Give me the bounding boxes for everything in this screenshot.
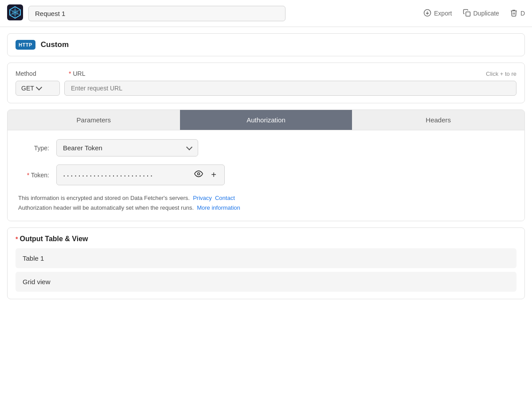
url-required-star: * [69, 70, 71, 77]
output-table-value: Table 1 [23, 254, 44, 262]
method-label: Method [16, 70, 69, 77]
token-dots: ························ [63, 171, 188, 180]
auth-info-line1: This information is encrypted and stored… [18, 193, 514, 203]
type-value: Bearer Token [63, 144, 102, 152]
type-select[interactable]: Bearer Token [56, 139, 198, 156]
auth-info-line2: Authorization header will be automatical… [18, 203, 514, 213]
token-label-text: Token: [31, 172, 49, 179]
method-value: GET [21, 85, 34, 92]
token-plus-button[interactable]: + [209, 170, 218, 180]
auth-info: This information is encrypted and stored… [18, 193, 514, 213]
auth-info-line2-text: Authorization header will be automatical… [18, 204, 194, 211]
svg-point-8 [198, 173, 200, 175]
duplicate-icon [463, 9, 471, 18]
output-required-star: * [16, 235, 18, 243]
method-url-inputs: GET [16, 81, 516, 96]
export-button[interactable]: Export [423, 9, 452, 18]
auth-content: Type: Bearer Token * Token: ············… [8, 130, 524, 221]
tab-authorization-label: Authorization [246, 116, 286, 124]
url-input[interactable] [64, 81, 516, 96]
output-table-item[interactable]: Table 1 [16, 248, 516, 268]
tab-parameters-label: Parameters [77, 116, 111, 124]
chevron-down-icon [36, 84, 42, 90]
contact-link[interactable]: Contact [215, 195, 235, 201]
delete-icon [510, 9, 518, 18]
method-select[interactable]: GET [16, 81, 60, 96]
token-label: * Token: [18, 172, 49, 179]
output-card: * Output Table & View Table 1 Grid view [7, 227, 525, 299]
delete-button[interactable]: D [510, 9, 525, 18]
token-eye-button[interactable] [192, 169, 205, 180]
method-url-card: Method * URL Click + to re GET [7, 63, 525, 103]
tabs-card: Parameters Authorization Headers Type: B… [7, 110, 525, 221]
duplicate-label: Duplicate [473, 10, 499, 17]
token-field: ························ + [56, 164, 225, 185]
type-label: Type: [18, 145, 49, 152]
url-label: * URL [69, 70, 486, 77]
token-required-star: * [27, 172, 29, 179]
tab-parameters[interactable]: Parameters [8, 110, 180, 130]
click-hint: Click + to re [486, 70, 516, 77]
type-chevron-icon [186, 144, 192, 150]
more-info-link[interactable]: More information [197, 204, 240, 211]
privacy-link[interactable]: Privacy [193, 195, 212, 201]
export-icon [423, 9, 431, 18]
http-badge: HTTP [16, 40, 35, 50]
tab-authorization[interactable]: Authorization [180, 110, 352, 130]
tab-headers[interactable]: Headers [352, 110, 524, 130]
delete-label: D [520, 10, 525, 17]
duplicate-button[interactable]: Duplicate [463, 9, 499, 18]
output-view-item[interactable]: Grid view [16, 272, 516, 292]
request-name-input[interactable] [28, 6, 286, 21]
svg-rect-7 [466, 12, 470, 16]
url-label-text: URL [73, 70, 85, 77]
export-label: Export [434, 10, 452, 17]
top-actions: Export Duplicate D [423, 9, 525, 18]
auth-info-line1-text: This information is encrypted and stored… [18, 195, 190, 201]
tabs-row: Parameters Authorization Headers [8, 110, 524, 130]
type-row: Type: Bearer Token [18, 139, 514, 156]
http-header: HTTP Custom [8, 34, 524, 56]
plus-icon: + [211, 170, 216, 180]
output-title: * Output Table & View [16, 235, 516, 243]
output-view-value: Grid view [23, 278, 51, 286]
app-logo [7, 4, 23, 22]
top-bar: Export Duplicate D [0, 0, 532, 27]
http-section-card: HTTP Custom [7, 33, 525, 56]
method-url-labels: Method * URL Click + to re [16, 70, 516, 77]
tab-headers-label: Headers [426, 116, 451, 124]
http-custom-label: Custom [41, 40, 69, 49]
token-row: * Token: ························ + [18, 164, 514, 185]
output-title-label: Output Table & View [20, 235, 88, 243]
